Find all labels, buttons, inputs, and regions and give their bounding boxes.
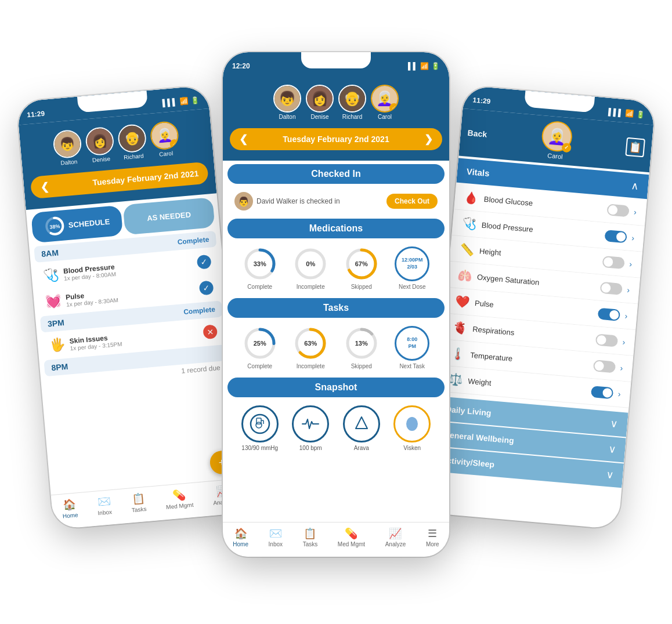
- center-next-arrow[interactable]: ❯: [424, 133, 433, 146]
- medications-header: Medications: [227, 219, 445, 238]
- height-toggle[interactable]: [602, 256, 626, 269]
- clipboard-icon[interactable]: 📋: [625, 137, 645, 158]
- center-phone: 12:20 ▌▌📶🔋 👦 Dalton 👩: [223, 52, 449, 557]
- avatar-richard-left[interactable]: 👴 Richard: [117, 124, 148, 161]
- as-needed-button[interactable]: AS NEEDED: [123, 197, 215, 235]
- snap-pulse-icon: [292, 405, 329, 442]
- right-avatar-area: 👩‍🦳 ✓ Carol: [540, 120, 573, 161]
- task-incomplete: 63% Incomplete: [293, 326, 328, 369]
- snap-pulse[interactable]: 100 bpm: [292, 405, 329, 451]
- nav-tasks-left[interactable]: 📋 Tasks: [130, 492, 147, 513]
- pulse-icon-right: ❤️: [454, 294, 469, 309]
- task-skipped: 13% Skipped: [344, 326, 379, 369]
- nav-medmgmt-center[interactable]: 💊 Med Mgmt: [338, 527, 365, 547]
- blood-pressure-chevron[interactable]: ›: [631, 233, 635, 242]
- center-avatar-row: 👦 Dalton 👩 Denise 👴 Rich: [230, 80, 442, 125]
- nav-home-center[interactable]: 🏠 Home: [233, 527, 248, 547]
- snap-visken[interactable]: Visken: [393, 405, 431, 451]
- blood-pressure-icon: 🩺: [461, 216, 476, 231]
- height-icon: 📏: [459, 242, 474, 257]
- temperature-chevron[interactable]: ›: [620, 363, 623, 372]
- bp-icon: 🩺: [43, 267, 60, 284]
- blood-glucose-chevron[interactable]: ›: [634, 207, 637, 216]
- pulse-chevron[interactable]: ›: [624, 311, 628, 321]
- center-date-nav: ❮ Tuesday February 2nd 2021 ❯: [230, 128, 442, 150]
- schedule-button[interactable]: 38% SCHEDULE: [31, 205, 123, 243]
- snapshot-header: Snapshot: [227, 378, 445, 397]
- svg-point-19: [406, 417, 418, 431]
- med-incomplete: 0% Incomplete: [293, 246, 328, 290]
- weight-icon: ⚖️: [448, 372, 463, 387]
- oxygen-chevron[interactable]: ›: [627, 285, 630, 295]
- respirations-chevron[interactable]: ›: [622, 337, 626, 346]
- avatar-dalton-left[interactable]: 👦 Dalton: [52, 129, 83, 166]
- height-chevron[interactable]: ›: [629, 259, 633, 269]
- tasks-header: Tasks: [227, 298, 445, 318]
- nav-home-left[interactable]: 🏠 Home: [61, 498, 78, 519]
- snap-arava[interactable]: Arava: [343, 405, 380, 451]
- avatar-denise-left[interactable]: 👩 Denise: [85, 126, 115, 164]
- nav-medmgmt-left[interactable]: 💊 Med Mgmt: [165, 488, 194, 510]
- scene: 11:29 ▌▌▌📶🔋 👦 Dalton 👩: [0, 0, 672, 624]
- left-time: 11:29: [27, 110, 45, 119]
- avatar-dalton-center[interactable]: 👦 Dalton: [273, 85, 301, 120]
- nav-inbox-center[interactable]: ✉️ Inbox: [269, 527, 283, 547]
- bp-check: ✓: [197, 255, 212, 270]
- avatar-carol-left[interactable]: 👩‍🦳 ✓ Carol: [149, 121, 180, 158]
- nav-tasks-center[interactable]: 📋 Tasks: [303, 527, 318, 547]
- vitals-section: Vitals ∧ 🩸 Blood Glucose › 🩺: [438, 156, 649, 411]
- right-avatar: 👩‍🦳 ✓: [540, 120, 573, 153]
- right-time: 11:29: [472, 96, 491, 106]
- pulse-icon: 💓: [45, 293, 62, 309]
- center-time: 12:20: [232, 62, 250, 70]
- schedule-donut: 38%: [44, 215, 66, 237]
- center-bottom-nav: 🏠 Home ✉️ Inbox 📋 Tasks 💊 Med Mgmt 📈: [223, 522, 449, 557]
- temperature-toggle[interactable]: [593, 360, 616, 373]
- respirations-toggle[interactable]: [595, 333, 619, 347]
- right-phone: 11:29 ▌▌▌📶🔋 Back 👩‍🦳 ✓ Carol 📋: [427, 85, 655, 529]
- blood-glucose-icon: 🩸: [464, 190, 479, 205]
- skin-icon: 🖐: [49, 337, 66, 353]
- snapshot-row: 130/90 mmHg 100 bpm: [227, 401, 445, 456]
- avatar-carol-center[interactable]: 👩‍🦳 ✓ Carol: [371, 85, 399, 120]
- left-prev-arrow[interactable]: ❮: [39, 180, 49, 194]
- weight-toggle[interactable]: [591, 386, 614, 399]
- snap-arava-icon: [343, 405, 380, 442]
- nav-more-center[interactable]: ☰ More: [426, 527, 439, 547]
- pulse-toggle[interactable]: [598, 308, 621, 321]
- left-bottom-nav: 🏠 Home ✉️ Inbox 📋 Tasks 💊 Med Mgmt 📈: [51, 478, 245, 529]
- center-prev-arrow[interactable]: ❮: [239, 133, 248, 146]
- svg-text:38%: 38%: [49, 223, 60, 230]
- checked-in-header: Checked In: [227, 164, 445, 184]
- oxygen-icon: 🫁: [457, 268, 472, 283]
- oxygen-toggle[interactable]: [600, 282, 623, 295]
- user-avatar: 👨: [234, 192, 253, 211]
- med-stats-row: 33% Complete 0% Incomplete: [227, 242, 445, 295]
- left-phone: 11:29 ▌▌▌📶🔋 👦 Dalton 👩: [16, 85, 244, 529]
- blood-pressure-toggle[interactable]: [605, 230, 628, 243]
- avatar-denise-center[interactable]: 👩 Denise: [306, 85, 334, 120]
- task-stats-row: 25% Complete 63% Incomplete: [227, 321, 445, 374]
- skin-x: ✕: [203, 324, 218, 339]
- back-button[interactable]: Back: [467, 128, 487, 139]
- task-next: 8:00PM Next Task: [395, 326, 429, 369]
- med-skipped: 67% Skipped: [344, 246, 379, 290]
- svg-point-16: [256, 422, 262, 428]
- pulse-check: ✓: [199, 280, 214, 295]
- checked-in-bar: 👨 David Walker is checked in Check Out: [227, 187, 445, 215]
- med-next-dose: 12:00PM2/03 Next Dose: [395, 246, 429, 290]
- nav-analyze-center[interactable]: 📈 Analyze: [385, 527, 406, 547]
- respirations-icon: 🫀: [452, 320, 467, 335]
- snap-bp-icon: [241, 405, 279, 442]
- avatar-richard-center[interactable]: 👴 Richard: [338, 85, 366, 120]
- med-complete: 33% Complete: [243, 246, 277, 290]
- nav-inbox-left[interactable]: ✉️ Inbox: [96, 495, 112, 516]
- weight-chevron[interactable]: ›: [617, 389, 621, 398]
- snap-bp[interactable]: 130/90 mmHg: [241, 405, 279, 451]
- temperature-icon: 🌡️: [450, 346, 465, 361]
- task-complete: 25% Complete: [243, 326, 277, 369]
- checkout-button[interactable]: Check Out: [386, 194, 438, 209]
- snap-visken-icon: [393, 405, 431, 442]
- blood-glucose-toggle[interactable]: [607, 204, 630, 217]
